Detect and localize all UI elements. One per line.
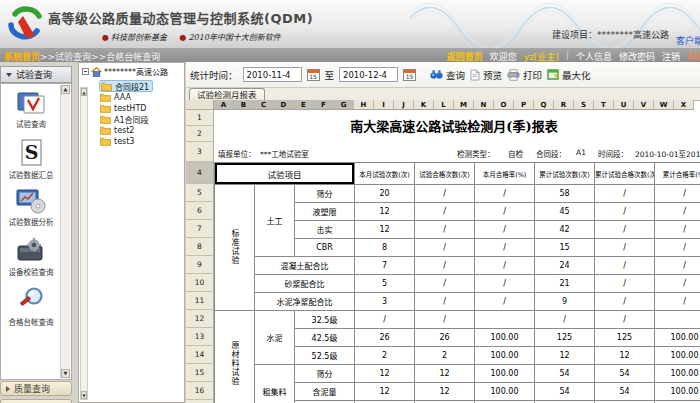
item-cell[interactable]: 42.5级 <box>295 329 355 347</box>
value-cell[interactable]: / <box>655 257 700 275</box>
breadcrumb-home-link[interactable]: 系统首页 <box>4 52 40 62</box>
profile-link[interactable]: 个人信息 <box>576 50 612 62</box>
column-letter[interactable]: H <box>354 100 374 110</box>
scroll-down-arrow-icon[interactable]: ▼ <box>61 369 70 378</box>
sidebar-item-equipment-check[interactable]: 设备校验查询 <box>1 237 61 286</box>
value-cell[interactable]: / <box>655 221 700 239</box>
value-cell[interactable]: 12 <box>595 347 655 365</box>
header-cell-selected[interactable]: 试验项目 <box>215 163 355 185</box>
value-cell[interactable]: 100.00 <box>655 347 700 365</box>
scroll-up-arrow-icon[interactable]: ▲ <box>61 85 70 94</box>
value-cell[interactable]: 100.00 <box>475 365 535 383</box>
item-cell[interactable]: 砂浆配合比 <box>255 275 355 293</box>
column-letter[interactable]: T <box>594 100 614 110</box>
row-number[interactable]: 8 <box>186 238 214 256</box>
value-cell[interactable]: / <box>415 257 475 275</box>
column-letter[interactable]: U <box>614 100 634 110</box>
value-cell[interactable]: 12 <box>535 347 595 365</box>
value-cell[interactable]: / <box>415 311 475 329</box>
tab-monthly-report[interactable]: 试验检测月报表 <box>189 88 265 100</box>
tree-scrollbar[interactable]: ▲ ▼ <box>80 87 88 400</box>
row-number[interactable]: 2 <box>186 126 214 142</box>
value-cell[interactable]: / <box>595 275 655 293</box>
value-cell[interactable]: / <box>475 275 535 293</box>
column-letter[interactable]: O <box>494 100 514 110</box>
value-cell[interactable]: / <box>475 221 535 239</box>
value-cell[interactable]: / <box>355 311 415 329</box>
value-cell[interactable] <box>475 311 535 329</box>
column-letter[interactable]: A <box>214 100 234 110</box>
value-cell[interactable]: 125 <box>535 329 595 347</box>
logout-link[interactable]: 注销 <box>662 50 680 62</box>
row-number[interactable]: 11 <box>186 292 214 310</box>
column-letter[interactable]: B <box>234 100 254 110</box>
maximize-button[interactable]: 最大化 <box>547 68 591 82</box>
column-letter[interactable]: M <box>454 100 474 110</box>
value-cell[interactable]: / <box>595 257 655 275</box>
column-letter[interactable]: S <box>574 100 594 110</box>
value-cell[interactable]: 9 <box>535 293 595 311</box>
value-cell[interactable]: 100.00 <box>475 347 535 365</box>
help-link[interactable]: 帮助 <box>687 50 700 62</box>
value-cell[interactable]: 2 <box>415 347 475 365</box>
group-cell[interactable]: 标准试验 <box>215 185 255 311</box>
value-cell[interactable]: / <box>655 239 700 257</box>
header-cell[interactable]: 本月合格率(%) <box>475 163 535 185</box>
value-cell[interactable]: 100.00 <box>475 383 535 401</box>
item-cell[interactable]: 32.5级 <box>295 311 355 329</box>
value-cell[interactable]: 100.00 <box>475 329 535 347</box>
print-button[interactable]: 打印 <box>507 68 542 82</box>
value-cell[interactable]: / <box>595 203 655 221</box>
column-letter[interactable]: P <box>514 100 534 110</box>
calendar-icon[interactable]: 15 <box>403 69 416 81</box>
tree-root-node[interactable]: ********高速公路 <box>82 66 168 77</box>
item-cell[interactable]: 击实 <box>295 221 355 239</box>
client-download-link[interactable]: 客户端 <box>676 34 700 47</box>
scroll-down-arrow-icon[interactable]: ▼ <box>81 391 87 399</box>
tree-item[interactable]: 合同段21 <box>99 80 153 92</box>
value-cell[interactable]: 125 <box>595 329 655 347</box>
value-cell[interactable]: 54 <box>535 365 595 383</box>
sidebar-item-pass-ledger-query[interactable]: 合格台帐查询 <box>1 286 61 335</box>
back-home-link[interactable]: 返回首页 <box>447 50 483 62</box>
column-letter[interactable]: K <box>414 100 434 110</box>
value-cell[interactable]: / <box>655 185 700 203</box>
collapse-icon[interactable] <box>82 68 89 75</box>
value-cell[interactable]: 8 <box>355 239 415 257</box>
value-cell[interactable]: 54 <box>595 365 655 383</box>
item-cell[interactable]: 含泥量 <box>295 383 355 401</box>
value-cell[interactable]: 15 <box>535 239 595 257</box>
column-letter[interactable]: V <box>634 100 654 110</box>
value-cell[interactable]: 26 <box>415 329 475 347</box>
value-cell[interactable]: / <box>595 185 655 203</box>
item-cell[interactable]: 混凝土配合比 <box>255 257 355 275</box>
column-letter[interactable]: X <box>674 100 694 110</box>
column-letter[interactable]: J <box>394 100 414 110</box>
value-cell[interactable]: 21 <box>535 275 595 293</box>
value-cell[interactable]: 12 <box>415 365 475 383</box>
date-from-input[interactable] <box>243 67 302 82</box>
value-cell[interactable]: 12 <box>355 203 415 221</box>
date-to-input[interactable] <box>339 67 398 82</box>
value-cell[interactable]: / <box>475 257 535 275</box>
item-cell[interactable]: 液塑限 <box>295 203 355 221</box>
item-cell[interactable]: 52.5级 <box>295 347 355 365</box>
item-cell[interactable]: 筛分 <box>295 365 355 383</box>
sidebar-item-test-query[interactable]: 试验查询 <box>1 90 61 139</box>
sheet-corner-cell[interactable] <box>186 100 214 110</box>
value-cell[interactable]: / <box>595 239 655 257</box>
value-cell[interactable]: 20 <box>355 185 415 203</box>
item-cell[interactable]: 筛分 <box>295 185 355 203</box>
value-cell[interactable]: 3 <box>355 293 415 311</box>
value-cell[interactable]: 54 <box>535 383 595 401</box>
panel-header-quality-query[interactable]: 质量查询 <box>0 381 72 396</box>
subgroup-cell[interactable]: 水泥 <box>255 311 295 365</box>
value-cell[interactable]: 7 <box>355 257 415 275</box>
subgroup-cell[interactable]: 粗集料 <box>255 365 295 403</box>
column-letter[interactable]: C <box>254 100 274 110</box>
header-cell[interactable]: 试验合格次数(次) <box>415 163 475 185</box>
column-letter[interactable]: Q <box>534 100 554 110</box>
sidebar-scrollbar[interactable]: ▲ ▼ <box>60 85 70 378</box>
row-number[interactable]: 1 <box>186 110 214 126</box>
column-letter[interactable]: E <box>294 100 314 110</box>
